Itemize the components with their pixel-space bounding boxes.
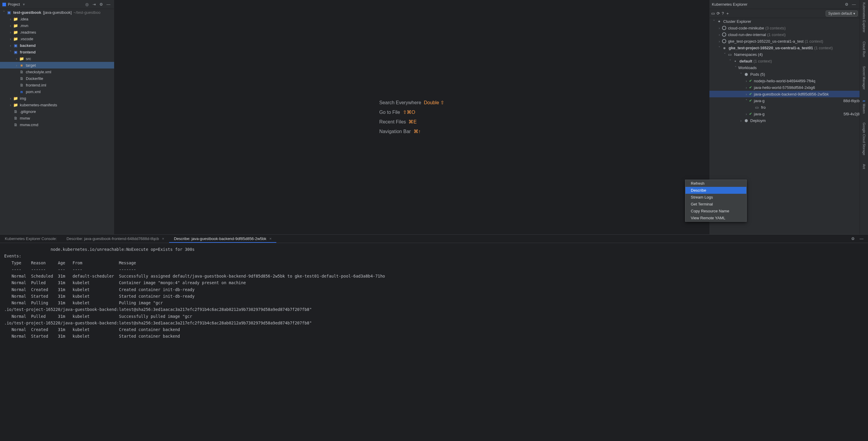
chevron-right-icon[interactable]: ›: [744, 79, 748, 83]
minimize-icon[interactable]: —: [850, 1, 857, 8]
console-tab-describe-frontend[interactable]: Describe: java-guestbook-frontend-648dd7…: [62, 234, 169, 243]
menu-item-view-remote-yaml[interactable]: View Remote YAML: [685, 215, 746, 221]
chevron-down-icon[interactable]: ˅: [739, 72, 743, 76]
tree-item[interactable]: mpom.xml: [0, 88, 114, 95]
rail-secret-manager[interactable]: Secret Manager: [862, 66, 866, 90]
chevron-right-icon[interactable]: ›: [717, 39, 721, 43]
chevron-right-icon[interactable]: ›: [744, 112, 748, 116]
chevron-icon[interactable]: ›: [8, 30, 12, 35]
cluster-explorer-row[interactable]: ˅✦Cluster Explorer: [709, 18, 860, 25]
chevron-down-icon[interactable]: ˅: [728, 59, 732, 63]
target-icon[interactable]: ◎: [84, 1, 90, 8]
project-root-row[interactable]: ˅ ▣ test-guestbook [java-guestbook] ~/te…: [0, 9, 114, 15]
help-icon[interactable]: ?: [722, 11, 724, 15]
chevron-icon[interactable]: ›: [8, 96, 12, 101]
kube-title: Kubernetes Explorer: [712, 2, 748, 7]
rail-google-cloud-storage[interactable]: Google Cloud Storage: [862, 123, 866, 155]
tree-item[interactable]: 🗎mvnw: [0, 115, 114, 121]
chevron-right-icon[interactable]: ›: [744, 92, 748, 96]
container-row[interactable]: ·▭fro: [709, 104, 860, 111]
menu-item-copy-resource-name[interactable]: Copy Resource Name: [685, 208, 746, 215]
close-icon[interactable]: ×: [162, 237, 164, 241]
project-title[interactable]: Project: [8, 2, 20, 7]
tree-item[interactable]: ›📁.readmes: [0, 29, 114, 35]
namespace-icon: ▪: [733, 59, 738, 63]
chevron-down-icon[interactable]: ˅: [734, 65, 738, 70]
tree-item[interactable]: ›📁img: [0, 95, 114, 101]
tree-item[interactable]: 🗎mvnw.cmd: [0, 121, 114, 128]
menu-item-describe[interactable]: Describe: [685, 187, 746, 194]
rail-maven[interactable]: mMaven: [862, 99, 866, 114]
tree-item[interactable]: ›▣backend: [0, 42, 114, 49]
tree-item[interactable]: ›📁.idea: [0, 15, 114, 22]
cluster-row[interactable]: ›gke_test-project-165220_us-central1-a_t…: [709, 38, 860, 44]
menu-item-refresh[interactable]: Refresh: [685, 180, 746, 187]
pod-name: java-guestbook-backend-9df85d856-2w5bk: [754, 92, 829, 96]
close-icon[interactable]: ×: [270, 237, 272, 241]
chevron-icon[interactable]: ˅: [8, 50, 12, 54]
default-ns-row[interactable]: ˅▪default (1 context): [709, 58, 860, 64]
system-default-dropdown[interactable]: System default ▾: [826, 10, 858, 17]
chevron-icon[interactable]: ›: [8, 24, 12, 28]
namespaces-row[interactable]: ˅▭Namespaces (4): [709, 51, 860, 58]
minimize-icon[interactable]: —: [860, 237, 868, 241]
chevron-right-icon[interactable]: ›: [717, 32, 721, 37]
chevron-icon[interactable]: ›: [14, 63, 19, 68]
tree-item[interactable]: 🗎.gitignore: [0, 108, 114, 115]
project-tree[interactable]: ˅ ▣ test-guestbook [java-guestbook] ~/te…: [0, 9, 114, 234]
pod-name-suffix: 5f9-4v2j8: [844, 112, 860, 116]
tree-item[interactable]: 🗎checkstyle.xml: [0, 68, 114, 75]
pod-row[interactable]: ›✔java-hello-world-57598df584-2xbg6: [709, 84, 860, 91]
pod-row[interactable]: ˅✔java-g88d-tfqcb: [709, 97, 860, 104]
pods-row[interactable]: ˅⬢Pods (5): [709, 71, 860, 77]
open-icon[interactable]: ▭: [711, 11, 715, 15]
tree-item[interactable]: ›■target: [0, 62, 114, 68]
tree-item[interactable]: ›📁kubernetes-manifests: [0, 101, 114, 108]
chevron-right-icon[interactable]: ›: [744, 85, 748, 90]
tree-item[interactable]: ›📁.vscode: [0, 35, 114, 42]
add-icon[interactable]: ＋: [726, 11, 730, 16]
chevron-icon[interactable]: ›: [8, 37, 12, 41]
chevron-icon[interactable]: ›: [8, 43, 12, 48]
rail-kubernetes-explorer[interactable]: Kubernetes Explorer: [862, 2, 866, 32]
chevron-right-icon[interactable]: ›: [739, 118, 743, 123]
tree-item[interactable]: ›📁.mvn: [0, 22, 114, 29]
rail-ant[interactable]: Ant: [862, 164, 866, 169]
tree-item[interactable]: 🗎frontend.iml: [0, 82, 114, 88]
chevron-down-icon[interactable]: ˅: [717, 46, 721, 50]
tree-item[interactable]: ›📁src: [0, 55, 114, 62]
tree-item-label: img: [20, 96, 26, 101]
gear-icon[interactable]: ⚙: [843, 1, 850, 8]
chevron-down-icon[interactable]: ▾: [22, 2, 26, 7]
cluster-row[interactable]: ›cloud-code-minikube (3 contexts): [709, 25, 860, 31]
pod-row[interactable]: ›✔java-guestbook-backend-9df85d856-2w5bk: [709, 91, 860, 97]
collapse-icon[interactable]: ⇥: [91, 1, 97, 8]
gear-icon[interactable]: ⚙: [851, 237, 860, 241]
gear-icon[interactable]: ⚙: [98, 1, 104, 8]
tree-item[interactable]: 🗎Dockerfile: [0, 75, 114, 82]
chevron-down-icon[interactable]: ˅: [723, 52, 727, 57]
console-tab-describe-backend[interactable]: Describe: java-guestbook-backend-9df85d8…: [169, 234, 276, 243]
rail-cloud-run[interactable]: Cloud Run: [862, 41, 866, 57]
console-output[interactable]: node.kubernetes.io/unreachable:NoExecute…: [0, 243, 868, 441]
cluster-row[interactable]: ›cloud-run-dev-internal (1 context): [709, 31, 860, 38]
console-tab-main[interactable]: Kubernetes Explorer Console:: [0, 234, 62, 243]
pod-row[interactable]: ›✔java-g5f9-4v2j8: [709, 111, 860, 117]
workloads-row[interactable]: ˅Workloads: [709, 64, 860, 71]
deployments-row[interactable]: ›⬢Deploym: [709, 117, 860, 124]
pod-row[interactable]: ›✔nodejs-hello-world-b46944f99-7ft4q: [709, 77, 860, 84]
tree-item[interactable]: ˅▣frontend: [0, 49, 114, 55]
chevron-down-icon[interactable]: ˅: [744, 98, 748, 103]
active-cluster-row[interactable]: ˅⎈gke_test-project-165220_us-central1-a_…: [709, 44, 860, 51]
chevron-right-icon[interactable]: ›: [717, 26, 721, 30]
refresh-icon[interactable]: ⟳: [717, 11, 720, 15]
minimize-icon[interactable]: —: [105, 1, 112, 8]
chevron-down-icon[interactable]: ˅: [712, 19, 716, 24]
chevron-icon[interactable]: ›: [8, 17, 12, 21]
chevron-down-icon[interactable]: ˅: [2, 10, 6, 15]
chevron-icon[interactable]: ›: [8, 103, 12, 107]
chevron-icon[interactable]: ›: [14, 57, 19, 61]
menu-item-get-terminal[interactable]: Get Terminal: [685, 201, 746, 208]
tree-item-label: .gitignore: [20, 109, 36, 114]
menu-item-stream-logs[interactable]: Stream Logs: [685, 194, 746, 201]
